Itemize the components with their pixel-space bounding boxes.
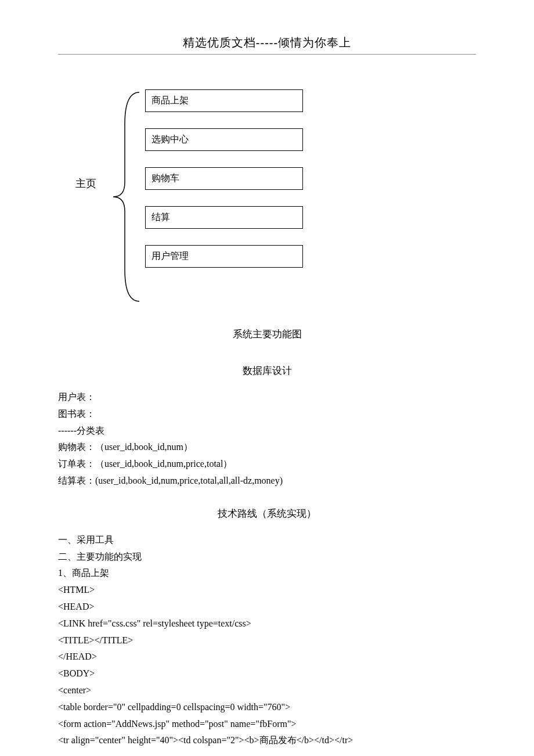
tech-section-title: 技术路线（系统实现）: [58, 507, 476, 520]
db-line: 订单表：（user_id,book_id,num,price,total）: [58, 456, 476, 473]
tech-line: <form action="AddNews.jsp" method="post"…: [58, 716, 476, 733]
diagram-root-label: 主页: [75, 177, 96, 190]
tech-section-body: 一、采用工具 二、主要功能的实现 1、商品上架 <HTML> <HEAD> <L…: [58, 532, 476, 749]
diagram-box-label: 用户管理: [151, 251, 189, 261]
db-line: 购物表：（user_id,book_id,num）: [58, 439, 476, 456]
tech-line: <BODY>: [58, 665, 476, 682]
db-section-body: 用户表： 图书表： ------分类表 购物表：（user_id,book_id…: [58, 389, 476, 489]
diagram-box-label: 商品上架: [151, 95, 189, 105]
db-section-title: 数据库设计: [58, 364, 476, 377]
tech-line: 1、商品上架: [58, 565, 476, 582]
db-line: 结算表：(user_id,book_id,num,price,total,all…: [58, 473, 476, 489]
db-line: ------分类表: [58, 423, 476, 440]
tech-line: 二、主要功能的实现: [58, 549, 476, 566]
diagram-box-label: 结算: [151, 212, 170, 222]
diagram-boxes: 商品上架 选购中心 购物车 结算 用户管理: [145, 89, 303, 284]
brace-icon: [110, 89, 145, 304]
diagram-box: 结算: [145, 206, 303, 229]
tech-line: <LINK href="css.css" rel=stylesheet type…: [58, 615, 476, 632]
db-line: 图书表：: [58, 406, 476, 423]
tech-line: <TITLE></TITLE>: [58, 632, 476, 649]
diagram-caption: 系统主要功能图: [58, 327, 476, 341]
tech-line: <center>: [58, 682, 476, 699]
diagram-box: 选购中心: [145, 128, 303, 151]
tech-line: <tr align="center" height="40"><td colsp…: [58, 732, 476, 749]
db-line: 用户表：: [58, 389, 476, 406]
diagram-box: 商品上架: [145, 89, 303, 112]
document-page: 精选优质文档-----倾情为你奉上 主页 商品上架 选购中心 购物车 结算 用户…: [0, 0, 534, 756]
diagram-box-label: 购物车: [151, 173, 179, 183]
tech-line: 一、采用工具: [58, 532, 476, 549]
diagram-box-label: 选购中心: [151, 134, 189, 144]
page-header-title: 精选优质文档-----倾情为你奉上: [58, 35, 476, 55]
tech-line: <HTML>: [58, 582, 476, 599]
diagram-box: 购物车: [145, 167, 303, 190]
tech-line: <HEAD>: [58, 599, 476, 615]
tech-line: <table border="0" cellpadding=0 cellspac…: [58, 699, 476, 716]
system-diagram: 主页 商品上架 选购中心 购物车 结算 用户管理: [58, 89, 476, 310]
diagram-box: 用户管理: [145, 245, 303, 268]
tech-line: </HEAD>: [58, 649, 476, 665]
